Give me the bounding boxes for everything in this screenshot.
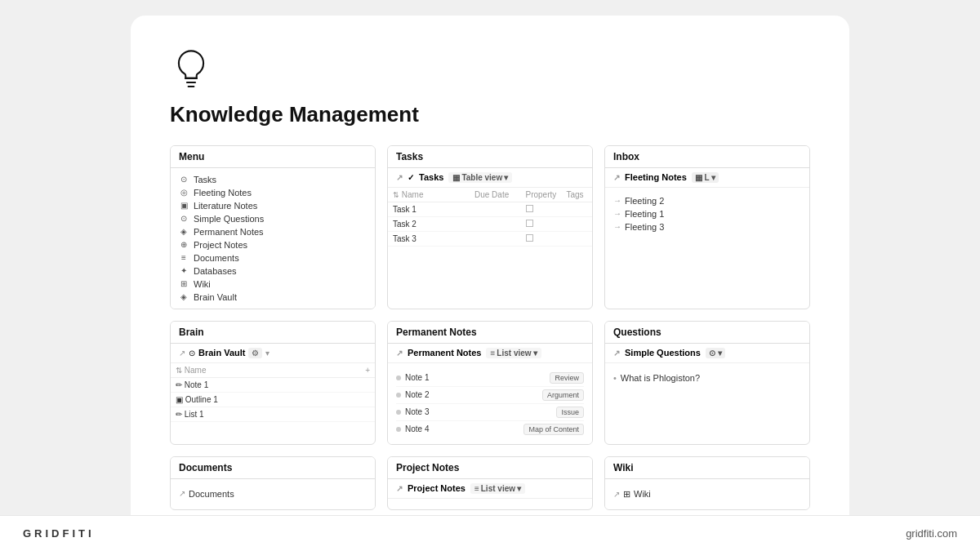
project-chevron: ▾ [517, 484, 521, 493]
project-subheader-row: ↗ Project Notes ≡ List view ▾ [388, 479, 592, 499]
brain-widget: Brain ↗ ⊙ Brain Vault ⚙ ▾ ⇅ Name + [170, 321, 376, 445]
brain-badge: ⚙ [248, 348, 262, 358]
grid-icon: ▦ [695, 173, 702, 182]
task-checkbox-2[interactable] [526, 220, 533, 227]
table-row: ▣ Outline 1 [171, 392, 375, 407]
fleeting-item-2[interactable]: → Fleeting 1 [613, 207, 801, 220]
tasks-table-container: ⇅ Name Due Date Property Tags Task 1 [388, 188, 592, 247]
perm-notes-list: Note 1 Review Note 2 Argument Note 3 [388, 363, 592, 444]
perm-note-row-4: Note 4 Map of Content [396, 421, 584, 438]
table-icon: ▦ [452, 173, 460, 182]
brain-settings-icon: ⚙ [252, 349, 259, 358]
brain-row-1: ✏ Note 1 [171, 378, 375, 393]
brain-row-2: ▣ Outline 1 [171, 392, 375, 407]
menu-item-wiki[interactable]: ⊞ Wiki [179, 278, 367, 291]
task-checkbox-3[interactable] [526, 234, 533, 242]
task-prop-1 [521, 202, 562, 216]
col-header-due: Due Date [470, 188, 521, 202]
perm-view-selector[interactable]: ≡ List view ▾ [486, 348, 541, 358]
permanent-icon: ◈ [179, 227, 189, 236]
fleeting-item-3[interactable]: → Fleeting 3 [613, 220, 801, 233]
docs-arrow: ↗ [179, 489, 185, 498]
docs-widget-header: Documents [171, 457, 375, 479]
item-arrow-1: → [613, 196, 621, 205]
fleeting-icon: ◎ [179, 188, 189, 197]
brain-gear-icon: ⊙ [189, 349, 195, 358]
menu-widget: Menu ⊙ Tasks ◎ Fleeting Notes ▣ Literatu… [170, 145, 376, 309]
menu-item-tasks[interactable]: ⊙ Tasks [179, 173, 367, 186]
brain-chevron: ▾ [265, 349, 270, 358]
item-arrow-2: → [613, 209, 621, 218]
menu-item-databases[interactable]: ✦ Databases [179, 264, 367, 278]
menu-item-project[interactable]: ⊕ Project Notes [179, 238, 367, 251]
table-row: Task 2 [388, 216, 592, 231]
menu-item-simple-questions[interactable]: ⊙ Simple Questions [179, 212, 367, 225]
questions-subheader-label: Simple Questions [625, 348, 701, 358]
menu-item-fleeting[interactable]: ◎ Fleeting Notes [179, 186, 367, 199]
task-checkbox-1[interactable] [526, 205, 533, 212]
task-due-1 [470, 202, 521, 216]
list-icon: ✏ [176, 410, 185, 419]
menu-widget-header: Menu [171, 146, 375, 168]
task-name-2: Task 2 [388, 216, 470, 231]
note-tag-4: Map of Content [523, 424, 584, 435]
perm-note-left-2: Note 2 [396, 390, 429, 399]
documents-widget: Documents ↗ Documents [170, 456, 376, 510]
list-view-icon: ≡ [490, 349, 495, 358]
fleeting-header-row: ↗ Fleeting Notes ▦ L ▾ [605, 168, 809, 188]
docs-link[interactable]: ↗ Documents [179, 486, 367, 502]
col-header-property: Property [521, 188, 562, 202]
questions-widget: Questions ↗ Simple Questions ⊙ ▾ • What … [604, 321, 810, 445]
docs-widget-body: ↗ Documents [171, 479, 375, 509]
perm-note-row-1: Note 1 Review [396, 370, 584, 387]
outline-icon: ▣ [176, 395, 185, 404]
task-tag-1 [562, 202, 593, 216]
question-item-1[interactable]: • What is Phlogiston? [613, 370, 801, 386]
chevron-down-icon2: ▾ [711, 173, 715, 182]
tasks-table: ⇅ Name Due Date Property Tags Task 1 [388, 188, 592, 247]
chevron-down-icon: ▾ [504, 173, 508, 182]
project-icon: ⊕ [179, 240, 189, 249]
table-row: ✏ List 1 [171, 407, 375, 421]
perm-notes-header: Permanent Notes [388, 322, 592, 344]
tasks-widget-header: Tasks [388, 146, 592, 168]
fleeting-item-1[interactable]: → Fleeting 2 [613, 194, 801, 207]
project-arrow: ↗ [396, 484, 403, 493]
note-dot-1 [396, 375, 401, 380]
wiki-widget-body: ↗ ⊞ Wiki [605, 479, 809, 509]
perm-arrow: ↗ [396, 349, 403, 358]
wiki-link[interactable]: ↗ ⊞ Wiki [613, 486, 801, 503]
bottom-bar: GRIDFITI gridfiti.com [0, 515, 980, 551]
menu-item-brain-vault[interactable]: ◈ Brain Vault [179, 291, 367, 304]
project-subheader-label: Project Notes [408, 483, 466, 493]
brain-table-container: ⇅ Name + ✏ Note 1 [171, 363, 375, 422]
wiki-widget-header: Wiki [605, 457, 809, 479]
brain-row-3: ✏ List 1 [171, 407, 375, 421]
tasks-widget: Tasks ↗ ✓ Tasks ▦ Table view ▾ ⇅ Name [387, 145, 593, 309]
brain-arrow: ↗ [179, 349, 185, 358]
task-due-2 [470, 216, 521, 231]
page-title: Knowledge Management [170, 102, 810, 127]
db-icon: ✦ [179, 266, 189, 275]
task-prop-2 [521, 216, 562, 231]
simple-q-icon: ⊙ [179, 214, 189, 223]
menu-item-documents[interactable]: ≡ Documents [179, 251, 367, 264]
menu-item-permanent[interactable]: ◈ Permanent Notes [179, 225, 367, 238]
brand-right: gridfiti.com [906, 527, 957, 540]
project-view-selector[interactable]: ≡ List view ▾ [470, 483, 525, 494]
tasks-check-icon: ✓ [408, 173, 414, 182]
tasks-arrow: ↗ [396, 173, 403, 182]
wiki-icon: ⊞ [179, 279, 189, 288]
perm-subheader-row: ↗ Permanent Notes ≡ List view ▾ [388, 344, 592, 363]
menu-item-literature[interactable]: ▣ Literature Notes [179, 199, 367, 212]
fleeting-items: → Fleeting 2 → Fleeting 1 → Fleeting 3 [605, 188, 809, 240]
table-row: Task 3 [388, 231, 592, 246]
menu-widget-body: ⊙ Tasks ◎ Fleeting Notes ▣ Literature No… [171, 168, 375, 309]
q-chevron: ▾ [718, 349, 722, 358]
grid-layout: Menu ⊙ Tasks ◎ Fleeting Notes ▣ Literatu… [170, 145, 810, 510]
inbox-widget: Inbox ↗ Fleeting Notes ▦ L ▾ → Fleeting … [604, 145, 810, 309]
brain-add-icon[interactable]: + [365, 366, 370, 375]
tasks-subheader-row: ↗ ✓ Tasks ▦ Table view ▾ [388, 168, 592, 188]
tasks-view-selector[interactable]: ▦ Table view ▾ [448, 172, 512, 183]
wiki-widget: Wiki ↗ ⊞ Wiki [604, 456, 810, 510]
